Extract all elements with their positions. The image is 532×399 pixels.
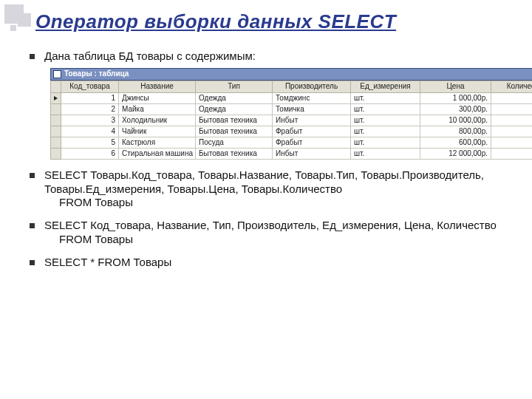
cell: 4: [61, 126, 119, 137]
query-2-select: SELECT Код_товара, Название, Тип, Произв…: [44, 219, 497, 231]
cell: 12 000,00р.: [420, 148, 491, 159]
row-cursor-cell: [51, 92, 61, 103]
cell: 50: [491, 92, 533, 103]
cell: Томджинс: [273, 92, 351, 103]
col-qty: Количество: [491, 81, 533, 92]
intro-line: Дана таблица БД товары с содержимым: Тов…: [30, 50, 510, 160]
cell: 10 000,00р.: [420, 115, 491, 126]
table-row: 1 Джинсы Одежда Томджинс шт. 1 000,00р. …: [51, 92, 533, 103]
cell: 20: [491, 115, 533, 126]
db-table-window: Товары : таблица Код_товара Название Тип…: [50, 68, 532, 160]
cell: Холодильник: [119, 115, 196, 126]
cell: шт.: [351, 103, 420, 115]
cell: 100: [491, 103, 533, 115]
cell: 800,00р.: [420, 126, 491, 137]
row-cursor-icon: [54, 96, 58, 100]
slide-title: Оператор выборки данных SELECT: [35, 10, 532, 33]
row-cursor-cell: [51, 148, 61, 159]
cell: шт.: [351, 115, 420, 126]
row-cursor-cell: [51, 137, 61, 148]
query-2: SELECT Код_товара, Название, Тип, Произв…: [30, 219, 510, 247]
table-row: 6 Стиральная машина Бытовая техника Инбы…: [51, 148, 533, 159]
cell: Стиральная машина: [119, 148, 196, 159]
col-price: Цена: [420, 81, 491, 92]
table-row: 3 Холодильник Бытовая техника Инбыт шт. …: [51, 115, 533, 126]
query-3: SELECT * FROM Товары: [30, 256, 510, 270]
col-name: Название: [119, 81, 196, 92]
col-id: Код_товара: [61, 81, 119, 92]
cell: Инбыт: [273, 148, 351, 159]
cell: Джинсы: [119, 92, 196, 103]
table-row: 2 Майка Одежда Томичка шт. 300,00р. 100: [51, 103, 533, 115]
window-titlebar: Товары : таблица: [50, 68, 532, 81]
window-title-text: Товары : таблица: [64, 69, 129, 79]
cell: Инбыт: [273, 115, 351, 126]
intro-text: Дана таблица БД товары с содержимым:: [44, 50, 256, 62]
col-type: Тип: [196, 81, 273, 92]
col-unit: Ед_измерения: [351, 81, 420, 92]
cell: 3: [61, 115, 119, 126]
table-row: 5 Кастрюля Посуда Фрабыт шт. 600,00р. 40: [51, 137, 533, 148]
cell: Кастрюля: [119, 137, 196, 148]
cell: шт.: [351, 148, 420, 159]
cell: 1: [61, 92, 119, 103]
row-cursor-cell: [51, 103, 61, 115]
cell: 6: [61, 148, 119, 159]
table-icon: [53, 70, 61, 78]
cell: Фрабыт: [273, 137, 351, 148]
cell: шт.: [351, 92, 420, 103]
cell: Посуда: [196, 137, 273, 148]
cell: Бытовая техника: [196, 148, 273, 159]
query-1-from: FROM Товары: [59, 196, 510, 210]
query-3-text: SELECT * FROM Товары: [44, 256, 171, 268]
table-header-row: Код_товара Название Тип Производитель Ед…: [51, 81, 533, 92]
cell: шт.: [351, 126, 420, 137]
row-cursor-cell: [51, 115, 61, 126]
cell: 2: [61, 103, 119, 115]
cell: 1 000,00р.: [420, 92, 491, 103]
cell: Чайник: [119, 126, 196, 137]
cell: 30: [491, 126, 533, 137]
cell: 10: [491, 148, 533, 159]
query-1: SELECT Товары.Код_товара, Товары.Названи…: [30, 168, 510, 210]
cell: 5: [61, 137, 119, 148]
db-table: Код_товара Название Тип Производитель Ед…: [50, 81, 532, 160]
cell: Одежда: [196, 103, 273, 115]
cell: Майка: [119, 103, 196, 115]
query-2-from: FROM Товары: [59, 233, 510, 247]
cell: Бытовая техника: [196, 126, 273, 137]
cell: шт.: [351, 137, 420, 148]
cell: 600,00р.: [420, 137, 491, 148]
row-cursor-cell: [51, 126, 61, 137]
cell: 40: [491, 137, 533, 148]
cell: Фрабыт: [273, 126, 351, 137]
row-selector-header: [51, 81, 61, 92]
cell: 300,00р.: [420, 103, 491, 115]
cell: Томичка: [273, 103, 351, 115]
query-1-select: SELECT Товары.Код_товара, Товары.Названи…: [44, 168, 484, 195]
cell: Бытовая техника: [196, 115, 273, 126]
col-man: Производитель: [273, 81, 351, 92]
cell: Одежда: [196, 92, 273, 103]
table-row: 4 Чайник Бытовая техника Фрабыт шт. 800,…: [51, 126, 533, 137]
